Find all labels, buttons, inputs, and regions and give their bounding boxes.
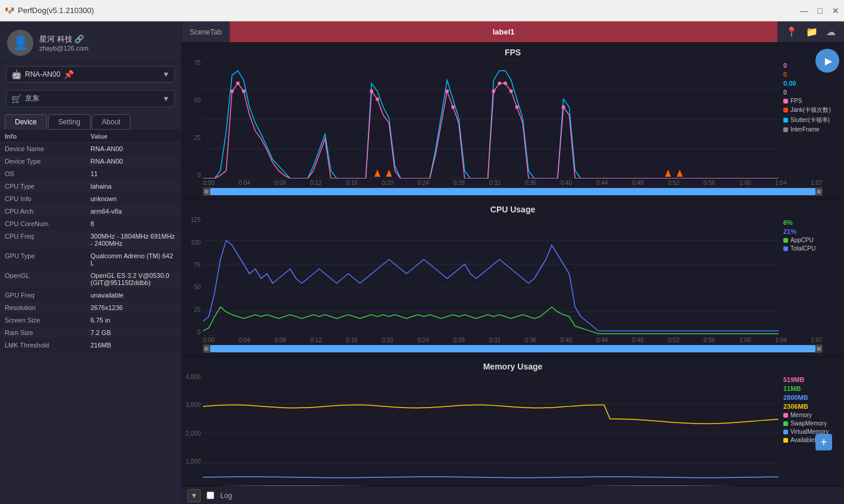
- tab-device[interactable]: Device: [5, 114, 47, 130]
- fps-chart-container: FPS 75 50 25 0 0 0 0.00 0: [182, 43, 844, 200]
- interframe-dot: [783, 127, 788, 132]
- info-row: LMK Threshold216MB: [0, 339, 181, 352]
- pin-icon[interactable]: 📌: [64, 70, 74, 79]
- titlebar: 🐶 PerfDog(v5.1.210300) — □ ✕: [0, 0, 844, 21]
- cpu-scroll-right[interactable]: ⊞: [815, 345, 823, 353]
- info-val: 8: [90, 220, 176, 227]
- info-table: Info Value Device NameRNA-AN00Device Typ…: [0, 130, 181, 504]
- app-icon: 🐶: [5, 6, 14, 15]
- info-key: CPU Info: [5, 195, 90, 202]
- info-row: CPU Infounknown: [0, 193, 181, 205]
- info-row: CPU CoreNum8: [0, 218, 181, 230]
- info-key: LMK Threshold: [5, 342, 90, 349]
- fps-y-0: 0: [197, 172, 201, 179]
- info-row: Resolution2676x1236: [0, 302, 181, 314]
- close-btn[interactable]: ✕: [832, 6, 839, 15]
- info-val: unknown: [90, 195, 176, 202]
- maximize-btn[interactable]: □: [818, 6, 823, 15]
- info-key: GPU Freq: [5, 292, 90, 299]
- cpu-legend-val-1: 21%: [783, 228, 839, 235]
- swap-dot: [783, 421, 788, 426]
- cpu-legend: 6% 21% AppCPU TotalCPU: [779, 217, 844, 336]
- info-val: arm64-v8a: [90, 208, 176, 215]
- info-key: Device Type: [5, 158, 90, 165]
- play-button[interactable]: [815, 49, 839, 73]
- user-email: zhayb@126.com: [39, 45, 89, 52]
- info-key: CPU Type: [5, 183, 90, 190]
- info-row: CPU Typelahaina: [0, 180, 181, 193]
- fps-legend: 0 0 0.00 0 FPS Jank(卡顿次数): [779, 60, 844, 179]
- mem-legend-swap: SwapMemory: [783, 420, 839, 427]
- log-label[interactable]: Log: [220, 492, 232, 500]
- info-header: Info Value: [0, 130, 181, 143]
- info-key: OS: [5, 170, 90, 177]
- cpu-canvas-wrap: [203, 217, 779, 336]
- info-key: CPU Arch: [5, 208, 90, 215]
- info-row: GPU Frequnavailable: [0, 289, 181, 302]
- tab-about[interactable]: About: [92, 114, 130, 130]
- fps-scrollbar[interactable]: ⊞ ⊞: [203, 187, 823, 196]
- log-checkbox[interactable]: [207, 492, 214, 499]
- app-dropdown-arrow[interactable]: ▼: [162, 95, 170, 103]
- app-selector[interactable]: 🛒 京东 ▼: [6, 90, 175, 107]
- fps-scroll-right[interactable]: ⊞: [815, 187, 823, 196]
- info-val: 7.2 GB: [90, 329, 176, 336]
- stutter-label: Stutter(卡顿率): [790, 116, 830, 124]
- device-selector[interactable]: 🤖 RNA-AN00 📌 ▼: [6, 66, 175, 83]
- mem-legend-val-1: 11MB: [783, 385, 839, 392]
- fps-scroll-left[interactable]: ⊞: [203, 187, 210, 196]
- tab-setting[interactable]: Setting: [48, 114, 90, 130]
- sidebar: 👤 星河 科技 🔗 zhayb@126.com 🤖 RNA-AN00 📌 ▼ 🛒…: [0, 21, 182, 504]
- interframe-label: InterFrame: [790, 126, 820, 133]
- cpu-legend-val-0: 6%: [783, 219, 839, 226]
- title-controls[interactable]: — □ ✕: [800, 6, 839, 15]
- fps-y-25: 25: [194, 134, 201, 141]
- header-value: Value: [90, 133, 176, 140]
- user-info: 星河 科技 🔗 zhayb@126.com: [39, 34, 89, 52]
- memory-chart-container: Memory Usage 4,000 3,000 2,000 1,000 0 5…: [182, 357, 844, 486]
- app-title: PerfDog(v5.1.210300): [18, 6, 94, 15]
- info-row: Device NameRNA-AN00: [0, 143, 181, 155]
- app-icon-label: 🛒: [11, 94, 21, 104]
- right-panel: SceneTab label1 📍 📁 ☁ FPS 75 50 25: [182, 21, 844, 504]
- virtual-dot: [783, 430, 788, 434]
- bottom-bar: ▼ Log: [182, 486, 844, 504]
- fps-y-75: 75: [194, 60, 201, 66]
- fps-chart-inner: 75 50 25 0 0 0 0.00 0: [182, 60, 844, 179]
- fps-legend-val-2: 0.00: [783, 80, 839, 87]
- android-icon: 🤖: [11, 70, 21, 79]
- cpu-scroll-left[interactable]: ⊞: [203, 345, 210, 353]
- minimize-btn[interactable]: —: [800, 6, 808, 15]
- avatar: 👤: [7, 30, 33, 56]
- fps-scroll-thumb[interactable]: [210, 188, 815, 195]
- info-row: Device TypeRNA-AN00: [0, 155, 181, 168]
- info-key: Resolution: [5, 304, 90, 311]
- location-icon[interactable]: 📍: [786, 26, 798, 37]
- cpu-scroll-thumb[interactable]: [210, 345, 815, 352]
- down-arrow-button[interactable]: ▼: [187, 489, 201, 502]
- scene-icons: 📍 📁 ☁: [777, 26, 844, 37]
- device-dropdown-arrow[interactable]: ▼: [162, 70, 170, 79]
- avail-dot: [783, 438, 788, 443]
- add-chart-button[interactable]: +: [815, 434, 832, 450]
- memory-label: Memory: [790, 412, 812, 418]
- fps-dot: [783, 99, 788, 104]
- scene-tab-label: SceneTab: [182, 28, 230, 36]
- mem-legend-memory: Memory: [783, 412, 839, 418]
- info-val: Qualcomm Adreno (TM) 642L: [90, 252, 176, 267]
- cloud-icon[interactable]: ☁: [826, 26, 836, 37]
- fps-legend-fps: FPS: [783, 98, 839, 104]
- device-selector-row: 🤖 RNA-AN00 📌 ▼: [0, 62, 181, 86]
- memory-canvas-wrap: [203, 374, 779, 486]
- info-row: GPU TypeQualcomm Adreno (TM) 642L: [0, 250, 181, 270]
- scene-active-tab[interactable]: label1: [230, 21, 777, 42]
- info-val: 6.75 in: [90, 317, 176, 324]
- mem-legend-val-3: 2306MB: [783, 403, 839, 410]
- cpu-scrollbar[interactable]: ⊞ ⊞: [203, 345, 823, 353]
- cpu-y-axis: 125 100 75 50 25 0: [182, 217, 203, 336]
- user-area: 👤 星河 科技 🔗 zhayb@126.com: [0, 21, 181, 62]
- info-key: Screen Size: [5, 317, 90, 324]
- cpu-legend-app: AppCPU: [783, 237, 839, 243]
- folder-icon[interactable]: 📁: [806, 26, 818, 37]
- sidebar-tabs: Device Setting About: [0, 111, 181, 130]
